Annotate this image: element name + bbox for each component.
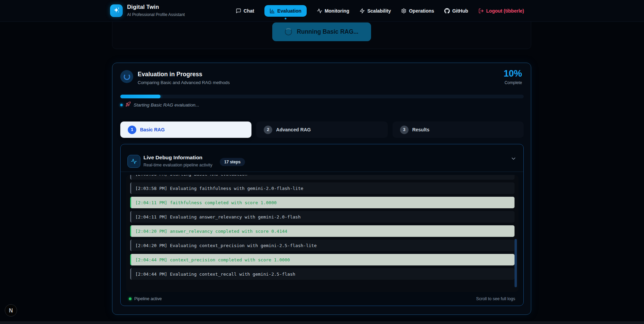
github-icon — [444, 8, 450, 14]
log-row: [2:04:44 PM] Evaluating context_recall w… — [130, 268, 515, 280]
log-row: [2:04:20 PM] answer_relevancy completed … — [130, 225, 515, 237]
nextjs-n-icon: N — [9, 307, 13, 314]
status-text: Starting Basic RAG evaluation... — [134, 102, 199, 108]
tab-number-badge: 1 — [128, 126, 136, 134]
progress-percent-caption: Complete — [505, 80, 522, 85]
bottom-strip — [0, 321, 644, 324]
bar-chart-icon — [270, 8, 275, 14]
nextjs-dev-badge[interactable]: N — [5, 304, 17, 317]
nav-item-scalability[interactable]: Scalability — [359, 8, 391, 14]
run-button-label: Running Basic RAG... — [297, 28, 358, 35]
scrollbar-thumb[interactable] — [515, 239, 517, 287]
logout-icon — [478, 8, 484, 14]
steps-count-badge: 17 steps — [220, 158, 245, 166]
app-title: Digital Twin — [127, 4, 159, 10]
pipeline-status-label: Pipeline active — [134, 296, 162, 301]
tab-label: Advanced RAG — [276, 127, 311, 132]
debug-panel-subtitle: Real-time evaluation pipeline activity — [143, 163, 212, 167]
tab-number-badge: 2 — [264, 126, 272, 134]
nav-label: Monitoring — [325, 8, 349, 14]
status-dot — [120, 104, 123, 106]
live-debug-panel: Live Debug Information Real-time evaluat… — [120, 144, 524, 306]
chevron-down-icon[interactable] — [510, 156, 517, 163]
debug-panel-footer: Pipeline active Scroll to see full logs — [129, 295, 515, 302]
running-basic-rag-button[interactable]: Running Basic RAG... — [272, 22, 371, 41]
nav-label: GitHub — [452, 8, 468, 14]
logout-button[interactable]: Logout (tibberle) — [478, 8, 524, 14]
log-row: [2:04:11 PM] faithfulness completed with… — [130, 197, 515, 208]
app-header: Digital Twin AI Professional Profile Ass… — [0, 0, 644, 22]
progress-bar — [120, 95, 524, 98]
scroll-hint-label: Scroll to see full logs — [476, 296, 515, 301]
tab-advanced-rag[interactable]: 2 Advanced RAG — [256, 122, 387, 138]
stage-tabs: 1 Basic RAG 2 Advanced RAG 3 Results — [120, 122, 524, 138]
nav-item-chat[interactable]: Chat — [236, 8, 254, 14]
tab-number-badge: 3 — [400, 126, 409, 134]
logout-label: Logout (tibberle) — [486, 8, 524, 14]
loader-icon — [120, 70, 133, 83]
pipeline-active-dot — [129, 297, 132, 300]
nav-label: Scalability — [367, 8, 391, 14]
log-row: [2:03:58 PM] Evaluating faithfulness wit… — [130, 182, 515, 194]
main-nav: Chat Evaluation Monitoring Scalability — [236, 0, 524, 22]
chat-icon — [236, 8, 241, 14]
log-scroll-area[interactable]: [2:03:58 PM] Starting Basic RAG evaluati… — [126, 175, 519, 292]
nav-item-monitoring[interactable]: Monitoring — [317, 8, 349, 14]
gear-icon — [401, 8, 407, 14]
nav-item-operations[interactable]: Operations — [401, 8, 434, 14]
nav-item-evaluation[interactable]: Evaluation — [264, 5, 307, 17]
status-row: Starting Basic RAG evaluation... — [120, 101, 199, 109]
debug-panel-title: Live Debug Information — [143, 155, 202, 161]
nav-label: Evaluation — [277, 8, 302, 14]
active-nav-indicator-dot — [285, 18, 286, 19]
pulse-icon — [127, 155, 140, 168]
card-subtitle: Comparing Basic and Advanced RAG methods — [138, 80, 230, 85]
app-subtitle: AI Professional Profile Assistant — [127, 12, 185, 17]
nav-item-github[interactable]: GitHub — [444, 8, 468, 14]
log-list: [2:03:58 PM] Starting Basic RAG evaluati… — [126, 175, 519, 280]
spinner-icon — [285, 28, 292, 35]
app-logo[interactable] — [110, 4, 123, 17]
tab-label: Basic RAG — [140, 127, 165, 132]
sparkles-icon — [113, 7, 120, 15]
log-row: [2:04:11 PM] Evaluating answer_relevancy… — [130, 211, 515, 223]
log-row: [2:04:20 PM] Evaluating context_precisio… — [130, 240, 515, 251]
log-row: [2:04:44 PM] context_precision completed… — [130, 254, 515, 265]
card-title: Evaluation in Progress — [138, 71, 202, 78]
evaluation-progress-card: Evaluation in Progress Comparing Basic a… — [112, 63, 531, 315]
progress-percent: 10% — [504, 68, 522, 79]
rocket-icon — [125, 101, 131, 108]
pipeline-status: Pipeline active — [129, 296, 162, 301]
tab-results[interactable]: 3 Results — [393, 122, 524, 138]
tab-basic-rag[interactable]: 1 Basic RAG — [120, 122, 251, 138]
activity-icon — [317, 8, 322, 14]
nav-label: Operations — [409, 8, 434, 14]
evaluation-runner-card: Running Basic RAG... — [112, 18, 531, 49]
progress-bar-fill — [120, 95, 160, 98]
nav-label: Chat — [244, 8, 254, 14]
tab-label: Results — [412, 127, 430, 132]
zap-icon — [359, 8, 365, 14]
divider — [121, 172, 523, 172]
log-row: [2:03:58 PM] Starting Basic RAG evaluati… — [130, 175, 515, 180]
